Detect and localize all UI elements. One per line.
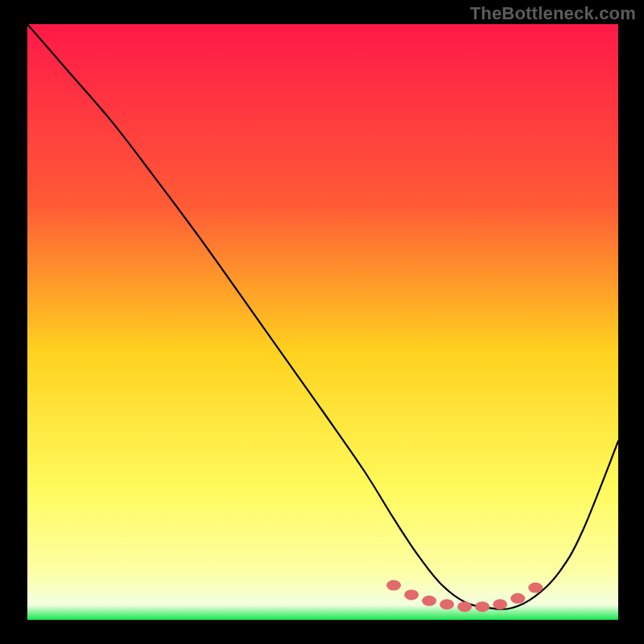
highlight-dot [422, 596, 436, 606]
figure-stage: TheBottleneck.com [0, 0, 644, 644]
highlight-dot [528, 583, 543, 593]
highlight-dot [457, 601, 472, 612]
highlight-dot [386, 580, 401, 591]
chart-svg [27, 24, 618, 620]
gradient-rect [27, 24, 618, 620]
highlight-dot [404, 589, 419, 600]
highlight-dot [493, 599, 507, 609]
plot-area [27, 24, 618, 620]
highlight-dot [440, 599, 454, 609]
watermark-text: TheBottleneck.com [470, 3, 636, 24]
highlight-dot [510, 593, 525, 604]
highlight-dot [475, 601, 489, 612]
